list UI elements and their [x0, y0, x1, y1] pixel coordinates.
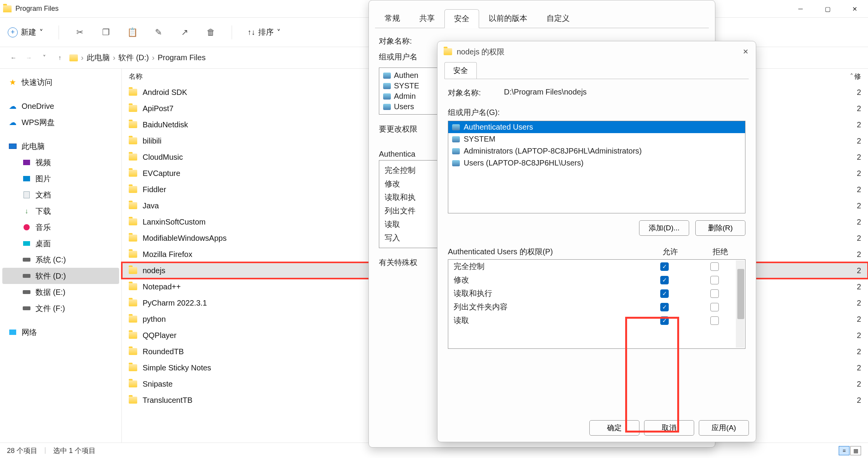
- folder-icon: [129, 283, 137, 290]
- file-date: 2: [853, 88, 861, 97]
- drive-icon: [22, 272, 31, 280]
- users-icon: [383, 93, 391, 100]
- folder-icon: [129, 186, 137, 193]
- sidebar-thispc[interactable]: 此电脑: [0, 138, 121, 154]
- dialog-titlebar: nodejs 的权限 ✕: [437, 41, 756, 62]
- tab-security[interactable]: 安全: [444, 9, 479, 28]
- dialog-footer: 确定 取消 应用(A): [437, 414, 756, 442]
- maximize-button[interactable]: ▢: [814, 0, 841, 18]
- apply-button[interactable]: 应用(A): [699, 420, 749, 436]
- file-date: 2: [853, 169, 861, 178]
- folder-icon: [129, 348, 137, 355]
- pictures-icon: [22, 174, 31, 183]
- history-button[interactable]: ˅: [39, 52, 50, 64]
- minimize-button[interactable]: ─: [787, 0, 814, 18]
- deny-checkbox[interactable]: [710, 316, 719, 325]
- deny-checkbox[interactable]: [710, 276, 719, 284]
- share-icon[interactable]: ↗: [179, 27, 190, 38]
- view-icons-button[interactable]: ▦: [850, 446, 861, 455]
- users-listbox[interactable]: Authenticated Users SYSTEM Administrator…: [448, 121, 745, 213]
- folder-icon: [129, 89, 137, 96]
- perm-name: 读取和执行: [454, 288, 639, 299]
- file-date: 2: [853, 120, 861, 129]
- remove-button: 删除(R): [695, 220, 745, 236]
- list-item[interactable]: Users (LAPTOP-8C8JP6HL\Users): [448, 157, 745, 169]
- users-icon: [383, 73, 391, 79]
- folder-icon: [129, 332, 137, 339]
- sidebar-network[interactable]: 网络: [0, 324, 121, 340]
- forward-button[interactable]: →: [23, 52, 35, 64]
- allow-checkbox[interactable]: ✓: [660, 262, 669, 271]
- file-date: 2: [853, 282, 861, 291]
- window-controls: ─ ▢ ✕: [787, 0, 868, 18]
- sidebar-video[interactable]: 视频: [0, 154, 121, 171]
- scroll-thumb[interactable]: [737, 269, 744, 319]
- sidebar-documents[interactable]: 文档: [0, 187, 121, 203]
- file-date: 2: [853, 234, 861, 243]
- users-icon: [452, 136, 460, 142]
- view-details-button[interactable]: ≡: [839, 446, 849, 455]
- allow-checkbox[interactable]: ✓: [660, 276, 669, 284]
- sidebar-music[interactable]: 音乐: [0, 219, 121, 235]
- deny-checkbox[interactable]: [710, 303, 719, 311]
- file-date: 2: [853, 396, 861, 405]
- sidebar-downloads[interactable]: ↓下载: [0, 203, 121, 219]
- cut-icon[interactable]: ✂: [74, 27, 85, 38]
- back-button[interactable]: ←: [8, 52, 19, 64]
- allow-checkbox[interactable]: ✓: [660, 289, 669, 298]
- breadcrumb-drive[interactable]: 软件 (D:): [118, 52, 149, 63]
- cancel-button[interactable]: 取消: [644, 420, 694, 436]
- rename-icon[interactable]: ✎: [153, 27, 164, 38]
- breadcrumb-folder[interactable]: Program Files: [158, 53, 205, 62]
- cloud-icon: ☁: [8, 102, 17, 110]
- sidebar-quick-access[interactable]: ★快速访问: [0, 74, 121, 90]
- allow-checkbox[interactable]: ✓: [660, 303, 669, 311]
- tab-general[interactable]: 常规: [375, 9, 410, 28]
- close-button[interactable]: ✕: [841, 0, 868, 18]
- list-item[interactable]: Administrators (LAPTOP-8C8JP6HL\Administ…: [448, 145, 745, 157]
- new-button[interactable]: + 新建 ˅: [8, 27, 43, 37]
- tab-custom[interactable]: 自定义: [537, 9, 579, 28]
- network-icon: [8, 328, 17, 336]
- object-name-label: 对象名称:: [448, 88, 481, 98]
- properties-tabs: 常规 共享 安全 以前的版本 自定义: [369, 0, 715, 28]
- sidebar-drive-d[interactable]: 软件 (D:): [2, 268, 119, 284]
- allow-checkbox[interactable]: ✓: [660, 316, 669, 325]
- sidebar-drive-f[interactable]: 文件 (F:): [0, 300, 121, 316]
- list-item[interactable]: SYSTEM: [448, 133, 745, 145]
- sidebar-pictures[interactable]: 图片: [0, 171, 121, 187]
- sidebar-onedrive[interactable]: ☁OneDrive: [0, 98, 121, 114]
- object-path: D:\Program Files\nodejs: [504, 88, 587, 98]
- sidebar-drive-c[interactable]: 系统 (C:): [0, 252, 121, 268]
- close-button[interactable]: ✕: [740, 46, 751, 57]
- cloud-icon: ☁: [8, 118, 17, 127]
- copy-icon[interactable]: ❐: [101, 27, 111, 38]
- file-date: 2: [853, 363, 861, 372]
- paste-icon[interactable]: 📋: [127, 27, 138, 38]
- plus-icon: +: [8, 27, 18, 37]
- tab-security[interactable]: 安全: [444, 62, 477, 79]
- tab-share[interactable]: 共享: [410, 9, 444, 28]
- users-icon: [452, 124, 460, 130]
- folder-icon: [129, 299, 137, 306]
- sidebar-wps[interactable]: ☁WPS网盘: [0, 114, 121, 130]
- permission-row: 修改✓: [448, 273, 745, 287]
- ok-button[interactable]: 确定: [589, 420, 639, 436]
- tab-previous[interactable]: 以前的版本: [479, 9, 537, 28]
- desktop-icon: [22, 239, 31, 248]
- list-item[interactable]: Authenticated Users: [448, 121, 745, 133]
- sidebar-drive-e[interactable]: 数据 (E:): [0, 284, 121, 300]
- col-allow: 允许: [645, 247, 695, 257]
- add-button[interactable]: 添加(D)...: [639, 220, 689, 236]
- breadcrumb-root[interactable]: 此电脑: [87, 52, 110, 63]
- download-icon: ↓: [22, 207, 31, 215]
- delete-icon[interactable]: 🗑: [205, 27, 216, 38]
- sort-button[interactable]: ↑↓ 排序 ˅: [247, 27, 281, 37]
- col-date[interactable]: 修: [853, 72, 861, 81]
- new-label: 新建: [21, 27, 36, 37]
- sidebar-desktop[interactable]: 桌面: [0, 235, 121, 252]
- deny-checkbox[interactable]: [710, 262, 719, 271]
- up-button[interactable]: ↑: [54, 52, 66, 64]
- deny-checkbox[interactable]: [710, 289, 719, 298]
- perm-name: 列出文件夹内容: [454, 302, 639, 312]
